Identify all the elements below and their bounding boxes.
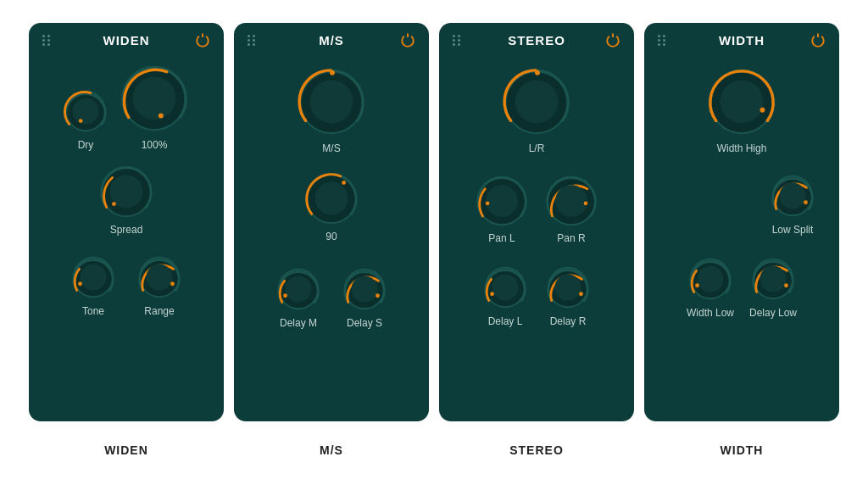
svg-point-28 [515,80,559,123]
delay-r-label: Delay R [550,315,587,327]
panel-ms: M/S M/S [234,23,429,421]
widen-title: WIDEN [103,33,150,47]
svg-point-41 [579,292,583,296]
knob-delay-m[interactable]: Delay M [274,265,323,329]
ms-main-label: M/S [322,142,340,154]
svg-point-23 [283,293,287,298]
svg-point-34 [555,185,587,217]
delay-l-label: Delay L [488,315,523,327]
svg-point-10 [81,264,107,290]
drag-dots-stereo [453,35,461,46]
spread-label: Spread [110,224,143,236]
bottom-label-width: WIDTH [644,443,839,457]
svg-point-47 [804,200,808,204]
svg-point-50 [695,283,699,287]
svg-point-37 [492,274,519,300]
svg-point-44 [760,107,765,112]
svg-point-1 [73,97,99,124]
knob-lr[interactable]: L/R [499,64,574,154]
knob-tone[interactable]: Tone [69,253,118,317]
svg-point-38 [490,292,494,296]
svg-point-46 [780,182,806,209]
svg-point-31 [486,185,518,217]
knob-width-low[interactable]: Width Low [686,254,735,319]
knob-spread[interactable]: Spread [97,163,155,236]
stereo-power-button[interactable] [605,32,620,47]
svg-point-8 [112,202,116,206]
stereo-header: STEREO [448,33,626,47]
ms-power-button[interactable] [400,32,415,47]
svg-point-22 [286,276,312,302]
svg-point-2 [79,119,83,123]
bottom-label-stereo: STEREO [439,443,634,457]
drag-dots-ms [248,35,256,46]
dry-label: Dry [78,139,94,151]
stereo-title: STEREO [508,33,565,47]
width-title: WIDTH [719,33,765,47]
ms-header: M/S [242,33,420,47]
knob-dry[interactable]: Dry [61,86,110,151]
panel-widen: WIDEN Dry [29,23,224,421]
svg-point-43 [721,80,764,123]
pan-r-label: Pan R [557,232,585,244]
svg-point-52 [760,265,787,292]
drag-dots-widen [42,35,51,46]
width-high-label: Width High [717,142,767,154]
svg-point-25 [352,276,378,302]
svg-point-19 [315,181,348,214]
knob-low-split[interactable]: Low Split [768,171,817,236]
bottom-label-ms: M/S [234,443,429,457]
knob-delay-r[interactable]: Delay R [543,263,593,327]
knob-ms-90[interactable]: 90 [303,170,360,242]
knob-ms-main[interactable]: M/S [294,64,369,154]
knob-delay-s[interactable]: Delay S [340,265,389,329]
knob-pan-l[interactable]: Pan L [474,173,530,244]
pan-l-label: Pan L [488,232,515,244]
delay-s-label: Delay S [347,317,382,329]
width-low-label: Width Low [687,307,734,319]
knob-delay-l[interactable]: Delay L [481,263,530,327]
svg-point-11 [78,281,82,286]
width-power-button[interactable] [810,32,826,47]
ms-90-label: 90 [326,231,337,242]
svg-point-29 [535,70,540,75]
tone-label: Tone [82,305,104,317]
svg-point-32 [486,201,490,205]
svg-point-17 [330,70,335,75]
bottom-label-widen: WIDEN [29,443,224,457]
svg-point-53 [784,283,788,287]
widen-header: WIDEN [37,33,215,47]
svg-point-5 [159,113,164,118]
widen-power-button[interactable] [195,32,210,47]
range-label: Range [144,305,174,317]
svg-point-26 [376,293,380,298]
svg-point-40 [555,274,581,300]
ms-title: M/S [319,33,344,47]
knob-main-widen[interactable]: 100% [117,61,192,151]
low-split-label: Low Split [772,224,814,236]
knob-range[interactable]: Range [135,253,184,317]
delay-low-label: Delay Low [749,307,797,319]
lr-label: L/R [529,142,545,154]
main-container: WIDEN Dry [12,6,856,474]
svg-point-20 [342,181,346,185]
svg-point-14 [170,281,175,286]
knob-pan-r[interactable]: Pan R [543,173,599,244]
panel-width: WIDTH Width High [644,23,839,421]
svg-point-13 [147,264,173,290]
panels-row: WIDEN Dry [29,23,839,421]
bottom-labels-row: WIDEN M/S STEREO WIDTH [29,443,839,457]
knob-width-high[interactable]: Width High [704,64,779,154]
svg-point-49 [698,265,724,292]
width-header: WIDTH [653,33,831,47]
knob-delay-low[interactable]: Delay Low [748,254,798,319]
panel-stereo: STEREO L/R [439,23,634,421]
svg-point-4 [133,76,176,120]
svg-point-35 [584,201,588,205]
drag-dots-width [658,35,666,46]
main-widen-label: 100% [142,139,168,151]
delay-m-label: Delay M [280,317,317,329]
svg-point-16 [310,80,353,123]
